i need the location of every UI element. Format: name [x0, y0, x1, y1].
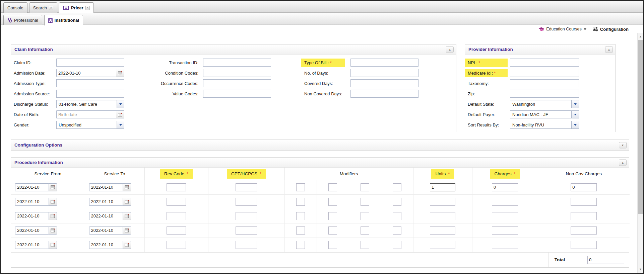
- rev-code-input[interactable]: [167, 183, 186, 191]
- modifier-input[interactable]: [328, 183, 337, 191]
- service-from-input[interactable]: [15, 183, 49, 191]
- units-input[interactable]: [430, 241, 455, 249]
- modifier-input[interactable]: [296, 212, 305, 220]
- taxonomy-input[interactable]: [510, 79, 579, 87]
- rev-code-input[interactable]: [167, 241, 186, 249]
- sort-results-by-select[interactable]: Non-facility RVU: [510, 121, 579, 129]
- calendar-icon[interactable]: [123, 183, 131, 191]
- claim-id-input[interactable]: [56, 59, 124, 67]
- date-of-birth-input[interactable]: [56, 110, 116, 118]
- calendar-icon[interactable]: [123, 198, 131, 206]
- modifier-input[interactable]: [328, 212, 337, 220]
- cpt-hcpcs-input[interactable]: [236, 183, 257, 191]
- admission-date-input[interactable]: [56, 69, 116, 77]
- modifier-input[interactable]: [296, 241, 305, 249]
- default-state-select[interactable]: Washington: [510, 100, 579, 108]
- type-of-bill-input[interactable]: [350, 59, 418, 67]
- calendar-icon[interactable]: [123, 226, 131, 235]
- non-covered-days-input[interactable]: [350, 90, 418, 98]
- education-courses-menu[interactable]: Education Courses: [538, 27, 586, 31]
- total-input[interactable]: [587, 256, 624, 264]
- modifier-input[interactable]: [296, 226, 305, 235]
- transaction-id-input[interactable]: [203, 59, 271, 67]
- modifier-input[interactable]: [393, 198, 401, 206]
- calendar-icon[interactable]: [49, 198, 57, 206]
- service-to-input[interactable]: [89, 183, 123, 191]
- cpt-hcpcs-input[interactable]: [236, 241, 257, 249]
- collapse-up-icon[interactable]: ▲: [605, 46, 613, 53]
- medicare-id-input[interactable]: [510, 69, 579, 77]
- service-to-input[interactable]: [89, 198, 123, 206]
- cpt-hcpcs-input[interactable]: [236, 198, 257, 206]
- collapse-up-icon[interactable]: ▲: [446, 46, 454, 53]
- charges-input[interactable]: [492, 198, 518, 206]
- charges-input[interactable]: [492, 226, 518, 235]
- admission-type-input[interactable]: [56, 79, 124, 87]
- admission-source-input[interactable]: [56, 90, 124, 98]
- charges-input[interactable]: [492, 183, 518, 191]
- modifier-input[interactable]: [328, 241, 337, 249]
- calendar-icon[interactable]: [116, 110, 124, 118]
- modifier-input[interactable]: [296, 198, 305, 206]
- calendar-icon[interactable]: [49, 183, 57, 191]
- tab-console[interactable]: Console: [3, 2, 27, 13]
- scroll-down-icon[interactable]: ▼: [638, 267, 643, 272]
- chevron-down-icon[interactable]: [117, 100, 124, 108]
- rev-code-input[interactable]: [167, 212, 186, 220]
- modifier-input[interactable]: [328, 198, 337, 206]
- no-of-days-input[interactable]: [350, 69, 418, 77]
- scroll-up-icon[interactable]: ▲: [638, 34, 643, 39]
- service-from-input[interactable]: [15, 241, 49, 249]
- close-icon[interactable]: ✕: [85, 6, 90, 10]
- chevron-down-icon[interactable]: [571, 100, 579, 108]
- modifier-input[interactable]: [361, 212, 369, 220]
- value-codes-input[interactable]: [203, 90, 271, 98]
- non-cov-charges-input[interactable]: [571, 183, 597, 191]
- npi-input[interactable]: [510, 59, 579, 67]
- cpt-hcpcs-input[interactable]: [236, 226, 257, 235]
- modifier-input[interactable]: [328, 226, 337, 235]
- service-from-input[interactable]: [15, 212, 49, 220]
- condition-codes-input[interactable]: [203, 69, 271, 77]
- modifier-input[interactable]: [361, 183, 369, 191]
- units-input[interactable]: [430, 226, 455, 235]
- scrollbar-thumb[interactable]: [638, 40, 643, 214]
- service-to-input[interactable]: [89, 226, 123, 235]
- collapse-up-icon[interactable]: ▲: [619, 159, 627, 166]
- non-cov-charges-input[interactable]: [571, 212, 597, 220]
- discharge-status-select[interactable]: 01-Home, Self Care: [56, 100, 124, 108]
- rev-code-input[interactable]: [167, 198, 186, 206]
- occurrence-codes-input[interactable]: [203, 79, 271, 87]
- configuration-button[interactable]: Configuration: [593, 27, 629, 32]
- cpt-hcpcs-input[interactable]: [236, 212, 257, 220]
- service-from-input[interactable]: [15, 198, 49, 206]
- chevron-down-icon[interactable]: [571, 111, 579, 118]
- non-cov-charges-input[interactable]: [571, 226, 597, 235]
- calendar-icon[interactable]: [123, 241, 131, 249]
- tab-professional[interactable]: Professional: [3, 15, 42, 25]
- non-cov-charges-input[interactable]: [571, 198, 597, 206]
- modifier-input[interactable]: [393, 241, 401, 249]
- modifier-input[interactable]: [361, 226, 369, 235]
- default-payer-select[interactable]: Noridian MAC - JF: [510, 110, 579, 118]
- non-cov-charges-input[interactable]: [571, 241, 597, 249]
- calendar-icon[interactable]: [116, 69, 124, 77]
- chevron-down-icon[interactable]: [117, 121, 124, 128]
- tab-pricer[interactable]: Pricer ✕: [59, 2, 94, 13]
- tab-institutional[interactable]: Institutional: [44, 15, 83, 25]
- service-to-input[interactable]: [89, 241, 123, 249]
- modifier-input[interactable]: [296, 183, 305, 191]
- units-input[interactable]: [430, 212, 455, 220]
- vertical-scrollbar[interactable]: ▲ ▼: [637, 33, 643, 273]
- units-input[interactable]: [430, 198, 455, 206]
- covered-days-input[interactable]: [350, 79, 418, 87]
- modifier-input[interactable]: [393, 183, 401, 191]
- tab-search[interactable]: Search ✕: [29, 2, 57, 13]
- close-icon[interactable]: ✕: [49, 6, 53, 10]
- calendar-icon[interactable]: [49, 212, 57, 220]
- modifier-input[interactable]: [393, 226, 401, 235]
- service-from-input[interactable]: [15, 226, 49, 235]
- collapse-down-icon[interactable]: ▼: [619, 142, 627, 148]
- service-to-input[interactable]: [89, 212, 123, 220]
- modifier-input[interactable]: [393, 212, 401, 220]
